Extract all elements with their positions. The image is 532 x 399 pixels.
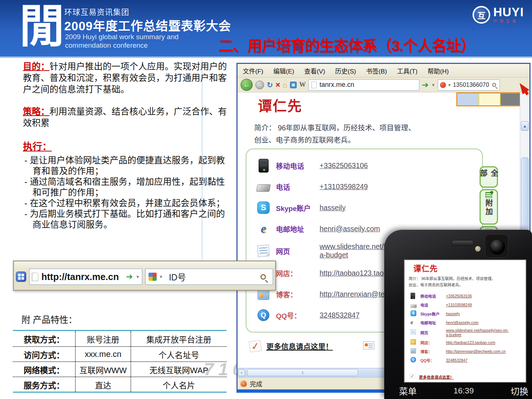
contact-label: 移动电话	[276, 161, 314, 171]
menu-view[interactable]: 查看(V)	[304, 66, 325, 75]
conference-title-en-line1: 2009 Huyi global work summary and	[65, 33, 178, 41]
vcard-icon[interactable]	[363, 341, 374, 349]
menu-file[interactable]: 文件(F)	[243, 66, 263, 75]
swatch-yellow[interactable]	[478, 93, 501, 105]
more-info-link[interactable]: 更多信息请点这里！	[419, 374, 454, 380]
contact-value-link[interactable]: hasseily	[446, 311, 460, 316]
email-icon: e	[410, 319, 413, 325]
windows-icon	[16, 272, 26, 282]
w-toolbar-icon[interactable]: W	[299, 81, 306, 89]
menu-help[interactable]: 帮助(H)	[427, 66, 449, 75]
contact-value-link[interactable]: http://taobao123.taobao.com	[446, 340, 495, 345]
google-icon	[149, 273, 157, 281]
search-icon[interactable]	[492, 83, 496, 87]
side-tab-all[interactable]: 全部	[480, 166, 498, 188]
browser-url-text[interactable]: tanrx.me.cn	[320, 81, 417, 89]
scroll-up-button[interactable]: ▲	[521, 121, 529, 131]
swatch-gray[interactable]	[501, 93, 522, 105]
dropdown-caret-icon[interactable]: ▼	[136, 274, 140, 279]
horizontal-scroll-thumb[interactable]: ‖	[247, 369, 358, 376]
contact-value-link[interactable]: +13103598249	[320, 183, 368, 191]
search-icon[interactable]	[260, 274, 266, 280]
url-input[interactable]: http://tanrx.me.cn ➔ ▼	[29, 269, 142, 285]
phone-clock: 16:39	[417, 386, 511, 396]
features-table: 获取方式： 账号注册 集成开放平台注册 访问方式： xxx.me.cn 个人名址…	[13, 330, 226, 393]
menu-tools[interactable]: 工具(T)	[397, 66, 417, 75]
execution-label: 执行：	[23, 141, 52, 152]
execution-bullet-list: - 是让用户体验网址类产品的便捷直达服务，起到教育和普及的作用； - 通过简洁域…	[24, 155, 231, 230]
status-text: 完成	[250, 379, 262, 388]
qq-icon: Q	[258, 309, 269, 321]
swatch-blue[interactable]	[457, 93, 478, 105]
phone-sensor-dot	[475, 246, 481, 252]
firefox-status-icon	[241, 381, 247, 387]
home-button[interactable]: ⌂	[283, 81, 287, 89]
contact-value-link[interactable]: henri@asseily.com	[320, 225, 380, 233]
refresh-button[interactable]: ↻	[267, 81, 273, 89]
features-caption: 附 产品特性：	[21, 313, 77, 325]
contact-label: 网店：	[276, 268, 314, 278]
table-row: 获取方式： 账号注册 集成开放平台注册	[13, 331, 226, 346]
contact-value-link[interactable]: henri@asseily.com	[446, 320, 478, 325]
search-engine-caret-icon[interactable]: ▼	[447, 83, 451, 87]
bullet-item: - 通过简洁域名和宿主服务，增加应用性，起到黏性和可推广的作用；	[24, 176, 231, 198]
slide: 閒 环球互易资讯集团 2009年度工作总结暨表彰大会 2009 Huyi glo…	[0, 0, 532, 399]
url-line[interactable]: a-budget	[446, 332, 509, 337]
contact-label: 电话	[420, 302, 443, 308]
contact-row-webpage: 网页 www.slideshare.net/hasseily/seo-on-a-…	[410, 328, 524, 337]
pin-list-icon	[485, 192, 492, 198]
go-arrow-icon[interactable]: ➔	[422, 81, 429, 89]
go-arrow-icon[interactable]: ➔	[126, 273, 133, 281]
contact-label: 网店：	[420, 340, 443, 345]
contact-label: 网页	[420, 330, 443, 335]
row-label: 获取方式：	[13, 333, 75, 345]
forward-button[interactable]: →	[255, 81, 264, 89]
side-tab-attach[interactable]: 附加	[480, 189, 498, 225]
contact-value-link[interactable]: 3248532847	[320, 311, 359, 320]
softkey-switch[interactable]: 切换	[511, 384, 528, 397]
contact-label: QQ号：	[420, 358, 443, 363]
contact-row-phone: 电话 +13103598249	[410, 301, 524, 308]
menu-history[interactable]: 历史(S)	[335, 66, 356, 75]
section-title: 二、用户培育的生态体系（3.个人名址）	[219, 34, 531, 55]
browser-search-text[interactable]: 13501366070	[453, 82, 490, 88]
browser-url-input[interactable]: tanrx.me.cn	[308, 79, 419, 91]
search-text[interactable]: ID号	[169, 270, 258, 283]
contact-value-link[interactable]: +33625063106	[320, 161, 368, 170]
contact-value-link[interactable]: www.slideshare.net/hasseily/seo-on-a-bud…	[446, 328, 509, 337]
contact-value-link[interactable]: +13103598249	[446, 303, 472, 307]
bullet-item: - 在这个过程中积累有效会员，并建立起会员体系；	[24, 198, 231, 208]
phone-screen: 谭仁先 简介： 96年即从事互联网，历经技术、项目管理、 创业、电子商务的互联网…	[404, 259, 526, 383]
contact-value-link[interactable]: hasseily	[320, 204, 345, 212]
huyi-logo-text: HUYI	[493, 6, 524, 18]
tab-label: 全部	[478, 169, 499, 185]
contact-value-link[interactable]: http://tanrenxian@techweb.com.cn	[446, 349, 506, 354]
profile-intro: 简介： 96年即从事互联网，历经技术、项目管理、 创业、电子商务的互联网老兵。	[409, 276, 495, 288]
table-row: 访问方式： xxx.me.cn 个人名址号	[13, 346, 226, 361]
url-dropdown-icon[interactable]: ▼	[431, 83, 435, 87]
more-info-link[interactable]: 更多信息请点这里！	[266, 341, 333, 352]
contact-row-mobile: 移动电话 +33625063106	[410, 293, 524, 299]
url-text[interactable]: http://tanrx.me.cn	[41, 272, 123, 282]
search-input[interactable]: ▼ ID号	[145, 269, 273, 285]
blog-icon	[410, 348, 416, 354]
snapshot-button[interactable]	[290, 82, 297, 88]
contact-row-skype: S Skype账户 hasseily	[410, 310, 524, 317]
profile-name: 谭仁先	[258, 95, 302, 115]
browser-search-input[interactable]: ▼ 13501366070	[438, 79, 500, 91]
intro-line: 创业、电子商务的互联网老兵。	[409, 282, 495, 288]
back-button[interactable]: ←	[241, 79, 253, 91]
contact-value-link[interactable]: +33625063106	[446, 294, 472, 298]
menu-edit[interactable]: 编辑(E)	[273, 66, 294, 75]
cell: 个人名址号	[131, 348, 226, 360]
url-line[interactable]: www.slideshare.net/hasseily/seo-on-	[446, 328, 509, 332]
cell: 账号注册	[75, 331, 131, 346]
menu-bookmarks[interactable]: 书签(B)	[366, 66, 387, 75]
color-swatch-box	[456, 92, 523, 106]
scroll-left-button[interactable]: ‹	[238, 369, 245, 376]
contact-value-link[interactable]: 3248532847	[446, 358, 467, 362]
softkey-menu[interactable]: 菜单	[399, 384, 417, 397]
purpose-paragraph: 目的：针对用户推出的一项个人应用。实现对用户的教育、普及和沉淀，积累有效会员，为…	[23, 61, 228, 95]
stop-button[interactable]: ×	[276, 81, 280, 89]
search-engine-caret-icon[interactable]: ▼	[159, 274, 163, 279]
